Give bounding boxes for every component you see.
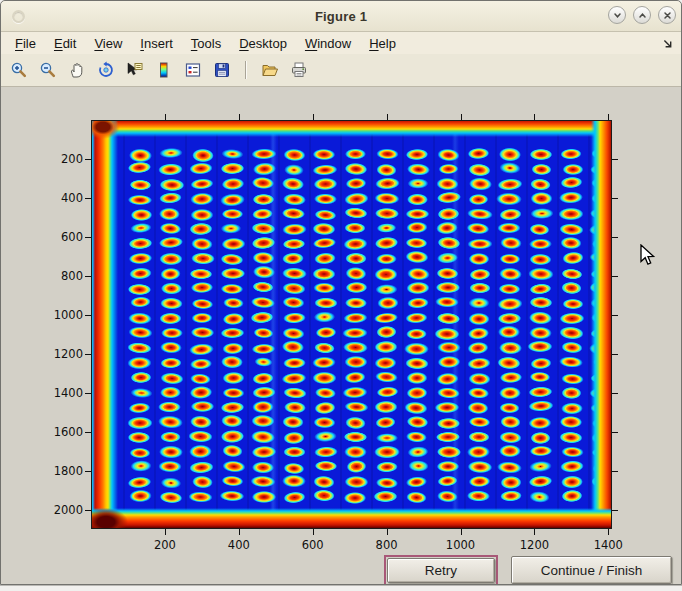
well-spot [128,489,153,504]
well-spot [435,386,461,399]
well-spot [560,372,586,385]
well-spot [311,177,339,192]
well-spot [281,339,306,354]
well-spot [373,400,399,414]
well-spot [310,236,338,250]
window-controls [608,6,676,24]
well-spot [466,238,494,250]
well-spot [159,340,184,354]
well-spot [313,326,338,340]
well-spot [158,207,182,222]
well-spot [560,267,584,281]
x-tick-label: 600 [283,538,343,552]
well-spot [372,235,400,251]
maximize-button[interactable] [633,6,651,24]
well-spot [127,387,154,400]
well-spot [158,371,185,386]
well-spot [128,295,152,309]
well-spot [558,414,584,428]
well-spot [405,162,431,177]
well-spot [157,460,183,474]
well-spot [375,253,398,265]
well-spot [280,326,306,341]
well-spot [374,415,398,429]
plate-heatmap-image [91,120,612,529]
shade-button[interactable] [608,6,626,24]
well-spot [250,386,277,400]
y-tick-mark [85,510,91,511]
save-figure-icon [213,61,231,79]
menu-item-file[interactable]: File [6,33,45,54]
pan-button[interactable] [68,61,86,79]
well-spot [436,207,462,222]
menu-item-view[interactable]: View [85,33,131,54]
well-spot [433,327,461,341]
window-title: Figure 1 [315,9,367,24]
well-spot [219,282,246,295]
plate-edge-left [92,121,118,528]
well-spot [280,371,309,386]
well-spot [190,147,214,162]
well-spot [281,474,307,489]
menu-item-help[interactable]: Help [360,33,405,54]
menu-item-desktop[interactable]: Desktop [230,33,296,54]
insert-legend-button[interactable] [184,61,202,79]
well-spot [465,207,493,221]
well-spot [281,162,306,177]
menu-item-tools[interactable]: Tools [182,33,230,54]
well-spot [497,207,523,222]
x-tick-mark-top [313,114,314,120]
zoom-out-button[interactable] [39,61,57,79]
well-spot [128,446,152,458]
open-file-button[interactable] [261,61,279,79]
well-spot [529,431,552,445]
print-figure-button[interactable] [290,61,308,79]
well-spot [405,266,430,281]
well-spot [526,385,553,398]
well-spot [560,401,584,414]
well-spot [497,385,521,399]
well-spot [373,267,400,282]
well-spot [344,252,368,265]
insert-colorbar-button[interactable] [155,61,173,79]
well-spot [435,445,463,460]
well-spot [218,148,245,161]
well-spot [527,474,554,489]
data-cursor-button[interactable] [126,61,144,79]
titlebar[interactable]: Figure 1 [1,1,681,32]
retry-button[interactable]: Retry [387,558,495,583]
menu-item-insert[interactable]: Insert [131,33,182,54]
y-tick-mark [85,237,91,238]
continue-finish-button[interactable]: Continue / Finish [511,556,672,584]
menubar-overflow-arrow-icon[interactable] [662,38,673,49]
x-tick-mark [534,529,535,535]
well-spot [219,176,246,191]
well-spot [341,386,369,400]
well-spot [314,386,338,399]
well-spot [341,327,369,340]
save-figure-button[interactable] [213,61,231,79]
toolbar-separator [245,61,247,79]
well-spot [158,266,182,282]
well-spot [343,445,368,460]
well-spot [313,460,339,473]
well-spot [527,266,555,281]
well-spot [157,162,184,176]
well-spot [558,147,583,160]
well-spot [250,235,278,251]
well-spot [126,356,153,370]
window-menu-icon[interactable] [12,10,25,23]
zoom-in-button[interactable] [10,61,28,79]
close-button[interactable] [658,6,676,24]
well-spot [527,207,555,220]
well-spot [344,148,367,160]
well-spot [189,400,216,413]
x-tick-mark-top [165,114,166,120]
well-spot [560,475,585,489]
menu-item-window[interactable]: Window [296,33,360,54]
menu-item-edit[interactable]: Edit [45,33,85,54]
well-spot [189,357,214,370]
well-spot [220,387,245,399]
rotate-3d-button[interactable] [97,61,115,79]
well-spot [403,342,430,356]
